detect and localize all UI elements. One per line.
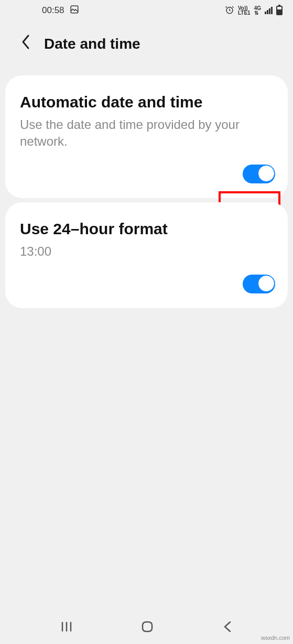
status-time: 00:58 bbox=[42, 5, 64, 16]
volte-icon: Vo)) LTE1 bbox=[238, 6, 251, 15]
auto-title: Automatic date and time bbox=[20, 92, 275, 112]
battery-icon bbox=[276, 6, 283, 15]
nav-bar bbox=[0, 612, 293, 644]
svg-rect-2 bbox=[143, 622, 152, 631]
h24-toggle[interactable] bbox=[243, 275, 275, 293]
header: Date and time bbox=[0, 21, 293, 67]
back-icon[interactable] bbox=[21, 34, 31, 54]
page-title: Date and time bbox=[44, 36, 140, 52]
nav-back-icon[interactable] bbox=[221, 619, 234, 636]
status-right: Vo)) LTE1 4G ⇅ bbox=[225, 5, 283, 16]
status-bar: 00:58 Vo)) LTE1 4G ⇅ bbox=[0, 0, 293, 21]
status-left: 00:58 bbox=[42, 5, 79, 17]
signal-icon bbox=[265, 7, 273, 14]
home-icon[interactable] bbox=[140, 619, 155, 636]
auto-subtitle: Use the date and time provided by your n… bbox=[20, 116, 275, 150]
network-icon: 4G ⇅ bbox=[254, 6, 261, 15]
h24-subtitle: 13:00 bbox=[20, 243, 275, 260]
watermark: wsxdn.com bbox=[261, 635, 290, 641]
24-hour-card[interactable]: Use 24–hour format 13:00 bbox=[5, 202, 288, 308]
gallery-icon bbox=[70, 5, 79, 17]
recents-icon[interactable] bbox=[59, 619, 74, 636]
alarm-icon bbox=[225, 5, 234, 16]
h24-title: Use 24–hour format bbox=[20, 219, 275, 239]
toggle-knob bbox=[258, 165, 275, 182]
toggle-knob bbox=[258, 275, 275, 292]
auto-date-time-card[interactable]: Automatic date and time Use the date and… bbox=[5, 75, 288, 198]
auto-toggle[interactable] bbox=[243, 165, 275, 183]
